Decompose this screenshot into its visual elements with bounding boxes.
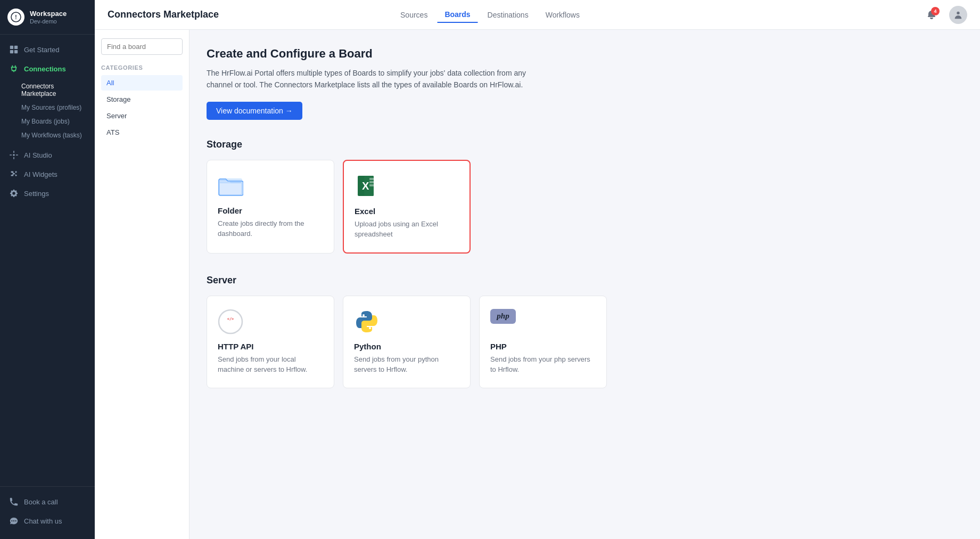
card-php-name: PHP: [490, 342, 596, 351]
sidebar-sub-my-boards[interactable]: My Boards (jobs): [0, 115, 95, 128]
topbar-nav: Sources Boards Destinations Workflows: [393, 7, 587, 23]
card-python[interactable]: Python Send jobs from your python server…: [343, 296, 471, 388]
svg-rect-11: [369, 178, 377, 180]
sidebar-item-get-started-label: Get Started: [24, 46, 59, 54]
sidebar-sub-connectors-marketplace[interactable]: Connectors Marketplace: [0, 79, 95, 101]
storage-cards-grid: Folder Create jobs directly from the das…: [207, 160, 963, 254]
workspace-name: Workspace: [30, 10, 67, 19]
card-folder-desc: Create jobs directly from the dashboard.: [218, 218, 323, 239]
notification-badge: 4: [931, 7, 940, 15]
sidebar-item-settings[interactable]: Settings: [0, 184, 95, 203]
excel-icon: X: [355, 174, 380, 199]
svg-point-14: [219, 310, 242, 333]
tab-sources[interactable]: Sources: [393, 7, 435, 22]
sidebar-item-book-a-call-label: Book a call: [24, 498, 58, 506]
sidebar-item-ai-widgets[interactable]: AI Widgets: [0, 165, 95, 184]
folder-icon: [218, 173, 243, 199]
gear-icon: [9, 189, 19, 198]
card-php[interactable]: php PHP Send jobs from your php servers …: [479, 296, 607, 388]
user-icon: [953, 10, 963, 20]
categories-label: CATEGORIES: [101, 64, 183, 71]
svg-text:</>: </>: [227, 317, 234, 321]
svg-rect-3: [14, 46, 18, 49]
workspace-logo: !: [7, 9, 24, 26]
section-title-storage: Storage: [207, 139, 963, 150]
topbar-left: Connectors Marketplace: [108, 9, 219, 20]
php-icon: php: [490, 309, 516, 324]
svg-point-6: [13, 154, 15, 156]
sidebar-item-get-started[interactable]: Get Started: [0, 40, 95, 59]
sidebar-nav: Get Started Connections Connectors Marke…: [0, 35, 95, 486]
sidebar: ! Workspace Dev-demo Get Started Connect: [0, 0, 95, 539]
svg-rect-12: [369, 181, 377, 183]
search-input[interactable]: [101, 38, 183, 55]
tab-destinations[interactable]: Destinations: [480, 7, 536, 22]
category-ats[interactable]: ATS: [101, 125, 183, 140]
section-title-server: Server: [207, 275, 963, 286]
svg-rect-4: [10, 50, 13, 53]
sidebar-item-book-a-call[interactable]: Book a call: [0, 492, 95, 511]
svg-text:!: !: [15, 14, 17, 20]
left-panel: CATEGORIES All Storage Server ATS: [95, 30, 190, 539]
topbar: Connectors Marketplace Sources Boards De…: [95, 0, 980, 30]
sidebar-footer: Book a call Chat with us: [0, 486, 95, 539]
page-title: Connectors Marketplace: [108, 9, 219, 20]
python-icon: [354, 309, 380, 334]
sidebar-sub-nav: Connectors Marketplace My Sources (profi…: [0, 78, 95, 145]
svg-rect-13: [369, 184, 377, 186]
card-excel-name: Excel: [355, 207, 459, 216]
hero-title: Create and Configure a Board: [207, 47, 963, 61]
card-folder-name: Folder: [218, 206, 323, 215]
plug-icon: [9, 64, 19, 74]
topbar-right: 4: [923, 6, 967, 24]
tab-workflows[interactable]: Workflows: [538, 7, 587, 22]
main-area: Connectors Marketplace Sources Boards De…: [95, 0, 980, 539]
phone-icon: [9, 497, 19, 507]
grid-icon: [9, 45, 19, 54]
sidebar-item-chat-with-us[interactable]: Chat with us: [0, 511, 95, 530]
sidebar-item-ai-widgets-label: AI Widgets: [24, 170, 57, 178]
category-all[interactable]: All: [101, 75, 183, 91]
server-cards-grid: </> HTTP API Send jobs from your local m…: [207, 296, 963, 388]
notifications-button[interactable]: 4: [923, 6, 941, 24]
user-avatar-button[interactable]: [949, 6, 967, 24]
sidebar-item-settings-label: Settings: [24, 190, 49, 198]
tab-boards[interactable]: Boards: [437, 7, 477, 23]
category-server[interactable]: Server: [101, 108, 183, 124]
card-http-api[interactable]: </> HTTP API Send jobs from your local m…: [207, 296, 334, 388]
svg-rect-5: [14, 50, 18, 53]
topbar-center: Sources Boards Destinations Workflows: [393, 7, 587, 23]
puzzle-icon: [9, 169, 19, 179]
right-panel: Create and Configure a Board The HrFlow.…: [190, 30, 980, 539]
card-excel-desc: Upload jobs using an Excel spreadsheet: [355, 219, 459, 240]
sidebar-item-connections-label: Connections: [24, 65, 66, 73]
card-python-name: Python: [354, 342, 459, 351]
sidebar-header: ! Workspace Dev-demo: [0, 0, 95, 35]
http-api-icon: </>: [218, 309, 243, 334]
sidebar-item-connections[interactable]: Connections: [0, 59, 95, 78]
hero-description: The HrFlow.ai Portal offers multiple typ…: [207, 67, 526, 91]
card-http-api-name: HTTP API: [218, 342, 323, 351]
sidebar-sub-my-sources[interactable]: My Sources (profiles): [0, 101, 95, 115]
view-documentation-button[interactable]: View documentation →: [207, 102, 302, 120]
card-python-desc: Send jobs from your python servers to Hr…: [354, 354, 459, 375]
svg-point-16: [363, 314, 365, 316]
content-area: CATEGORIES All Storage Server ATS Create…: [95, 30, 980, 539]
hero-section: Create and Configure a Board The HrFlow.…: [207, 47, 963, 120]
sidebar-item-ai-studio-label: AI Studio: [24, 151, 52, 159]
card-http-api-desc: Send jobs from your local machine or ser…: [218, 354, 323, 375]
category-storage[interactable]: Storage: [101, 92, 183, 107]
svg-rect-2: [10, 46, 13, 49]
workspace-sub: Dev-demo: [30, 18, 67, 24]
svg-point-17: [369, 327, 371, 329]
card-php-desc: Send jobs from your php servers to Hrflo…: [490, 354, 596, 375]
sidebar-item-ai-studio[interactable]: AI Studio: [0, 145, 95, 165]
chat-icon: [9, 516, 19, 526]
sidebar-item-chat-with-us-label: Chat with us: [24, 517, 62, 525]
svg-text:X: X: [362, 180, 369, 192]
card-folder[interactable]: Folder Create jobs directly from the das…: [207, 160, 334, 254]
sidebar-sub-my-workflows[interactable]: My Workflows (tasks): [0, 128, 95, 142]
card-excel[interactable]: X Excel Upload jobs using an Excel sprea…: [343, 160, 471, 254]
sparkle-icon: [9, 150, 19, 160]
